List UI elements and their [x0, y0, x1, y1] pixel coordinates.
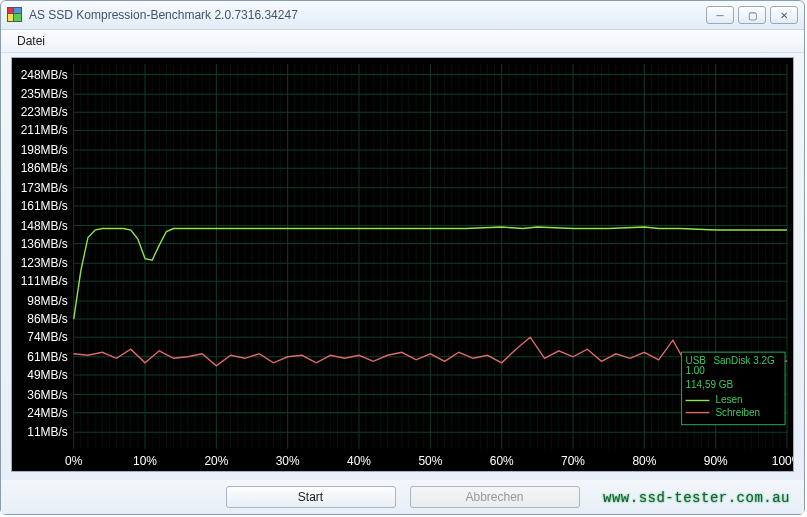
svg-text:80%: 80%	[632, 454, 656, 468]
menubar: Datei	[1, 30, 804, 53]
cancel-button: Abbrechen	[410, 486, 580, 508]
svg-text:24MB/s: 24MB/s	[27, 406, 67, 420]
svg-text:Lesen: Lesen	[715, 394, 742, 405]
chart-area: 11MB/s24MB/s36MB/s49MB/s61MB/s74MB/s86MB…	[11, 57, 794, 472]
svg-text:11MB/s: 11MB/s	[27, 425, 67, 439]
svg-text:60%: 60%	[490, 454, 514, 468]
svg-text:49MB/s: 49MB/s	[27, 368, 67, 382]
svg-text:86MB/s: 86MB/s	[27, 312, 67, 326]
svg-text:Schreiben: Schreiben	[715, 407, 760, 418]
svg-text:36MB/s: 36MB/s	[27, 387, 67, 401]
svg-text:111MB/s: 111MB/s	[21, 274, 68, 288]
svg-text:248MB/s: 248MB/s	[21, 68, 68, 82]
benchmark-chart: 11MB/s24MB/s36MB/s49MB/s61MB/s74MB/s86MB…	[12, 58, 793, 471]
svg-text:70%: 70%	[561, 454, 585, 468]
svg-text:186MB/s: 186MB/s	[21, 161, 68, 175]
close-button[interactable]: ✕	[770, 6, 798, 24]
svg-text:30%: 30%	[276, 454, 300, 468]
menu-file[interactable]: Datei	[9, 32, 53, 50]
svg-text:0%: 0%	[65, 454, 83, 468]
maximize-button[interactable]: ▢	[738, 6, 766, 24]
titlebar[interactable]: AS SSD Kompression-Benchmark 2.0.7316.34…	[1, 1, 804, 30]
svg-text:198MB/s: 198MB/s	[21, 143, 68, 157]
svg-text:20%: 20%	[204, 454, 228, 468]
svg-text:161MB/s: 161MB/s	[21, 199, 68, 213]
svg-text:90%: 90%	[704, 454, 728, 468]
svg-text:100%: 100%	[772, 454, 793, 468]
svg-text:61MB/s: 61MB/s	[27, 350, 67, 364]
app-icon	[7, 7, 23, 23]
window-title: AS SSD Kompression-Benchmark 2.0.7316.34…	[29, 8, 706, 22]
svg-text:40%: 40%	[347, 454, 371, 468]
window-controls: ─ ▢ ✕	[706, 6, 798, 24]
svg-text:74MB/s: 74MB/s	[27, 330, 67, 344]
svg-text:211MB/s: 211MB/s	[21, 123, 68, 137]
svg-text:173MB/s: 173MB/s	[21, 181, 68, 195]
svg-text:235MB/s: 235MB/s	[21, 87, 68, 101]
svg-text:114,59 GB: 114,59 GB	[686, 379, 734, 390]
footer: Start Abbrechen	[1, 480, 804, 514]
svg-text:148MB/s: 148MB/s	[21, 218, 68, 232]
svg-text:1.00: 1.00	[686, 365, 706, 376]
svg-text:136MB/s: 136MB/s	[21, 237, 68, 251]
svg-text:223MB/s: 223MB/s	[21, 105, 68, 119]
app-window: AS SSD Kompression-Benchmark 2.0.7316.34…	[0, 0, 805, 515]
svg-text:123MB/s: 123MB/s	[21, 256, 68, 270]
minimize-button[interactable]: ─	[706, 6, 734, 24]
svg-text:10%: 10%	[133, 454, 157, 468]
svg-text:50%: 50%	[418, 454, 442, 468]
svg-text:98MB/s: 98MB/s	[27, 294, 67, 308]
svg-rect-0	[12, 58, 793, 471]
svg-text:SanDisk 3.2G: SanDisk 3.2G	[713, 355, 775, 366]
start-button[interactable]: Start	[226, 486, 396, 508]
